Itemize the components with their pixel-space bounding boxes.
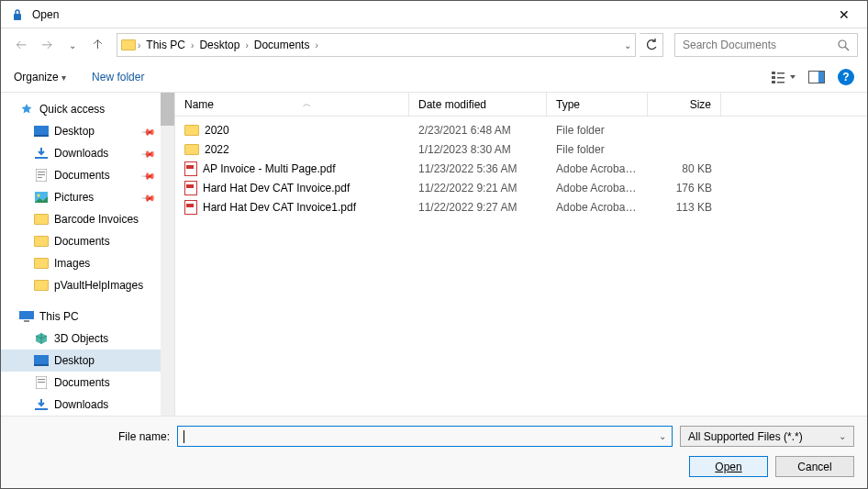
svg-rect-12 <box>34 135 49 137</box>
file-row[interactable]: Hard Hat Dev CAT Invoice.pdf11/22/2022 9… <box>175 178 867 197</box>
refresh-button[interactable] <box>640 33 663 57</box>
lock-icon <box>10 7 25 22</box>
cancel-button[interactable]: Cancel <box>775 456 854 477</box>
organize-menu[interactable]: Organize ▾ <box>14 71 66 83</box>
col-date[interactable]: Date modified <box>409 93 547 116</box>
nav-images[interactable]: Images <box>1 252 174 274</box>
chevron-down-icon[interactable]: ⌄ <box>624 40 631 50</box>
window-title: Open <box>32 8 59 21</box>
sort-indicator-icon: ︿ <box>303 98 311 110</box>
pin-icon: 📌 <box>141 190 156 205</box>
nav-desktop2[interactable]: Desktop <box>1 350 174 372</box>
pin-icon: 📌 <box>141 124 156 139</box>
forward-button[interactable]: 🡢 <box>36 34 58 56</box>
footer: File name: ⌄ All Supported Files (*.*)⌄ … <box>1 416 867 488</box>
nav-downloads[interactable]: Downloads📌 <box>1 142 174 164</box>
file-date: 11/22/2022 9:27 AM <box>409 201 547 214</box>
file-row[interactable]: 20202/23/2021 6:48 AMFile folder <box>175 120 867 139</box>
file-row[interactable]: Hard Hat Dev CAT Invoice1.pdf11/22/2022 … <box>175 197 867 217</box>
desktop-icon <box>34 124 49 139</box>
nav-documents2[interactable]: Documents <box>1 230 174 252</box>
col-name[interactable]: Name︿ <box>175 93 409 116</box>
file-row[interactable]: 20221/12/2023 8:30 AMFile folder <box>175 139 867 159</box>
recent-dropdown[interactable]: ⌄ <box>61 34 83 56</box>
svg-rect-23 <box>34 364 49 366</box>
star-icon <box>19 102 34 117</box>
col-size[interactable]: Size <box>648 93 721 116</box>
nav-pvault[interactable]: pVaultHelpImages <box>1 274 174 296</box>
nav-scrollbar[interactable] <box>161 93 174 416</box>
chevron-right-icon: › <box>245 40 248 50</box>
chevron-right-icon: › <box>191 40 194 50</box>
nav-3d-objects[interactable]: 3D Objects <box>1 328 174 350</box>
file-name: Hard Hat Dev CAT Invoice.pdf <box>203 182 350 194</box>
file-name: 2022 <box>205 143 229 156</box>
svg-rect-8 <box>777 82 785 83</box>
close-button[interactable]: ✕ <box>830 1 858 28</box>
nav-documents[interactable]: Documents📌 <box>1 164 174 186</box>
svg-rect-4 <box>772 76 775 79</box>
file-date: 11/23/2022 5:36 AM <box>409 162 547 175</box>
scrollbar-thumb[interactable] <box>161 93 174 126</box>
back-button[interactable]: 🡠 <box>10 34 32 56</box>
document-icon <box>34 168 49 183</box>
nav-pictures[interactable]: Pictures📌 <box>1 186 174 208</box>
download-icon <box>34 146 49 161</box>
svg-rect-17 <box>38 177 42 178</box>
nav-this-pc[interactable]: This PC <box>1 306 174 328</box>
picture-icon <box>34 190 49 205</box>
file-type: Adobe Acrobat D... <box>547 162 648 175</box>
col-type[interactable]: Type <box>547 93 648 116</box>
filename-label: File name: <box>14 430 170 443</box>
chevron-right-icon: › <box>138 40 140 50</box>
svg-point-1 <box>839 40 846 48</box>
chevron-down-icon[interactable]: ⌄ <box>659 431 666 441</box>
search-icon <box>838 39 850 51</box>
folder-icon <box>184 125 199 136</box>
svg-rect-3 <box>772 72 775 74</box>
svg-rect-22 <box>34 355 49 364</box>
svg-rect-21 <box>24 320 29 322</box>
file-name: 2020 <box>205 124 229 137</box>
folder-icon <box>34 212 49 227</box>
pin-icon: 📌 <box>141 146 156 161</box>
view-options-button[interactable] <box>772 70 796 84</box>
svg-rect-15 <box>38 172 45 172</box>
nav-downloads2[interactable]: Downloads <box>1 394 174 416</box>
filename-input[interactable]: ⌄ <box>177 426 673 447</box>
up-button[interactable]: 🡡 <box>87 34 109 56</box>
file-type: File folder <box>547 124 648 137</box>
crumb-desktop[interactable]: Desktop <box>195 39 243 51</box>
svg-rect-7 <box>777 77 785 79</box>
file-list: Name︿ Date modified Type Size 20202/23/2… <box>175 93 867 416</box>
file-row[interactable]: AP Invoice - Multi Page.pdf11/23/2022 5:… <box>175 159 867 178</box>
file-name: AP Invoice - Multi Page.pdf <box>203 162 336 175</box>
nav-documents3[interactable]: Documents <box>1 372 174 394</box>
svg-rect-5 <box>772 81 775 83</box>
file-type: Adobe Acrobat D... <box>547 182 648 194</box>
help-button[interactable]: ? <box>838 69 854 85</box>
nav-desktop[interactable]: Desktop📌 <box>1 120 174 142</box>
breadcrumb[interactable]: › This PC › Desktop › Documents › ⌄ <box>117 33 636 57</box>
pin-icon: 📌 <box>141 168 156 183</box>
nav-quick-access[interactable]: Quick access <box>1 98 174 120</box>
svg-line-2 <box>845 47 849 50</box>
crumb-thispc[interactable]: This PC <box>142 39 189 51</box>
search-input[interactable]: Search Documents <box>674 33 858 57</box>
column-headers: Name︿ Date modified Type Size <box>175 93 867 117</box>
open-button[interactable]: Open <box>689 456 768 477</box>
file-size: 176 KB <box>648 182 721 194</box>
svg-rect-16 <box>38 174 45 175</box>
svg-point-19 <box>38 194 40 197</box>
svg-rect-20 <box>19 311 34 319</box>
preview-pane-button[interactable] <box>808 71 825 83</box>
nav-barcode[interactable]: Barcode Invoices <box>1 208 174 230</box>
file-type-filter[interactable]: All Supported Files (*.*)⌄ <box>680 426 854 447</box>
new-folder-button[interactable]: New folder <box>92 71 144 83</box>
svg-rect-11 <box>34 126 49 135</box>
file-size: 113 KB <box>648 201 721 214</box>
toolbar: Organize ▾ New folder ? <box>1 61 867 93</box>
crumb-documents[interactable]: Documents <box>250 39 314 51</box>
cube-icon <box>34 331 49 346</box>
svg-rect-10 <box>818 72 824 83</box>
